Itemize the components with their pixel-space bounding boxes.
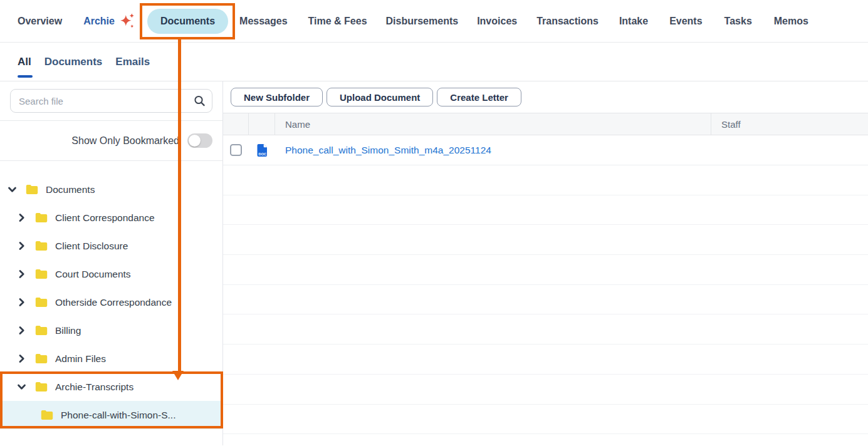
folder-name: Phone-call-with-Simon-S...	[61, 410, 175, 421]
chevron-down-icon[interactable]	[8, 185, 18, 194]
nav-tab[interactable]: Messages	[239, 16, 288, 27]
folder-tree-item[interactable]: Billing	[0, 316, 222, 345]
chevron-right-icon[interactable]	[17, 298, 27, 307]
search-icon[interactable]	[194, 95, 206, 107]
empty-table-row	[223, 195, 868, 226]
folder-tree-item[interactable]: Client Disclosure	[0, 232, 222, 260]
document-row[interactable]: DOC Phone_call_with_Simon_Smith_m4a_2025…	[223, 135, 868, 165]
nav-tab[interactable]: Memos	[774, 16, 808, 27]
folder-icon	[35, 325, 48, 336]
folder-name: Admin Files	[55, 353, 106, 365]
search-file-box	[10, 89, 212, 113]
toolbar-button[interactable]: Create Letter	[437, 88, 521, 106]
documents-toolbar: New SubfolderUpload DocumentCreate Lette…	[223, 81, 868, 113]
subtab[interactable]: Documents	[44, 56, 103, 68]
nav-tab[interactable]: Invoices	[477, 16, 517, 27]
folder-name: Billing	[55, 325, 81, 336]
nav-tab-label: Disbursements	[386, 16, 459, 27]
folder-icon	[35, 381, 48, 392]
app-root: Overview Archie	[0, 0, 868, 445]
nav-tab-label: Memos	[774, 16, 808, 27]
nav-tab-label: Events	[669, 16, 702, 27]
doc-file-icon: DOC	[256, 143, 268, 157]
folder-icon	[35, 353, 48, 364]
folder-tree-item[interactable]: Admin Files	[0, 345, 222, 373]
documents-table-body: DOC Phone_call_with_Simon_Smith_m4a_2025…	[223, 135, 868, 165]
nav-tab[interactable]: Transactions	[536, 16, 599, 27]
nav-tab[interactable]: Documents	[147, 9, 228, 34]
folder-name: Client Disclosure	[55, 241, 128, 252]
header-staff-column: Staff	[711, 113, 868, 135]
folder-name: Client Correspondance	[55, 212, 155, 224]
row-icon-cell: DOC	[249, 135, 275, 165]
folder-icon	[35, 212, 48, 223]
content-area: Show Only Bookmarked	[0, 81, 868, 445]
empty-table-row	[223, 375, 868, 405]
subtab[interactable]: Emails	[115, 56, 150, 68]
subtab-label: Emails	[115, 56, 150, 68]
nav-tab-label: Archie	[83, 16, 115, 27]
column-header-name[interactable]: Name	[285, 119, 310, 130]
row-staff-cell	[711, 135, 868, 165]
folder-name: Court Documents	[55, 269, 131, 280]
search-input[interactable]	[10, 89, 212, 113]
folder-tree-item[interactable]: Phone-call-with-Simon-S...	[0, 401, 222, 429]
empty-table-row	[223, 285, 868, 315]
empty-table-row	[223, 225, 868, 255]
nav-tab[interactable]: Archie	[83, 13, 135, 29]
subtab-label: All	[18, 56, 31, 68]
folder-icon	[41, 410, 53, 420]
nav-tab[interactable]: Intake	[619, 16, 648, 27]
folder-tree-item[interactable]: Otherside Correspondance	[0, 288, 222, 316]
top-nav-bar: Overview Archie	[0, 0, 868, 43]
svg-text:DOC: DOC	[258, 152, 266, 156]
folder-icon	[35, 241, 48, 251]
folder-name: Documents	[46, 184, 95, 195]
folder-tree-item[interactable]: Documents	[0, 175, 222, 204]
sidebar: Show Only Bookmarked	[0, 81, 223, 445]
subtab-label: Documents	[44, 56, 103, 68]
bookmarked-toggle[interactable]	[187, 133, 212, 148]
empty-table-row	[223, 345, 868, 375]
row-name-cell: Phone_call_with_Simon_Smith_m4a_20251124	[275, 135, 711, 165]
folder-icon	[35, 297, 48, 308]
folder-name: Otherside Correspondance	[55, 297, 172, 308]
subtab[interactable]: All	[18, 56, 31, 68]
show-only-bookmarked-label: Show Only Bookmarked	[71, 135, 179, 147]
document-link[interactable]: Phone_call_with_Simon_Smith_m4a_20251124	[285, 145, 491, 156]
chevron-right-icon[interactable]	[17, 213, 27, 222]
empty-table-row	[223, 314, 868, 345]
folder-tree-item[interactable]: Client Correspondance	[0, 204, 222, 232]
nav-tab[interactable]: Events	[669, 16, 702, 27]
column-header-staff[interactable]: Staff	[721, 119, 741, 130]
top-nav-items: Overview Archie	[0, 9, 868, 34]
bookmark-filter-section: Show Only Bookmarked	[0, 121, 222, 161]
nav-tab[interactable]: Time & Fees	[308, 16, 367, 27]
empty-table-row	[223, 165, 868, 195]
nav-tab[interactable]: Overview	[18, 16, 62, 27]
nav-tab-label: Time & Fees	[308, 16, 367, 27]
folder-icon	[26, 184, 38, 195]
toolbar-button[interactable]: New Subfolder	[231, 88, 323, 106]
chevron-right-icon[interactable]	[17, 241, 27, 251]
nav-tab-label: Transactions	[536, 16, 599, 27]
row-checkbox[interactable]	[230, 144, 242, 156]
nav-tab[interactable]: Disbursements	[386, 16, 459, 27]
row-checkbox-cell	[223, 135, 249, 165]
chevron-right-icon[interactable]	[17, 354, 27, 363]
nav-tab-label: Overview	[18, 16, 62, 27]
chevron-right-icon[interactable]	[17, 326, 27, 335]
nav-tab-label: Messages	[239, 16, 288, 27]
toolbar-button[interactable]: Upload Document	[327, 88, 433, 106]
folder-tree-item[interactable]: Court Documents	[0, 260, 222, 288]
subtabs: All Documents Emails	[18, 56, 150, 68]
folder-tree-item[interactable]: Archie-Transcripts	[0, 373, 222, 401]
chevron-down-icon[interactable]	[17, 382, 27, 392]
search-section	[0, 81, 222, 121]
nav-tab-label: Documents	[160, 16, 215, 27]
nav-tab[interactable]: Tasks	[724, 16, 752, 27]
folder-icon	[35, 269, 48, 279]
chevron-right-icon[interactable]	[17, 269, 27, 279]
subtab-bar: All Documents Emails	[0, 43, 868, 81]
sparkle-icon	[119, 13, 135, 29]
